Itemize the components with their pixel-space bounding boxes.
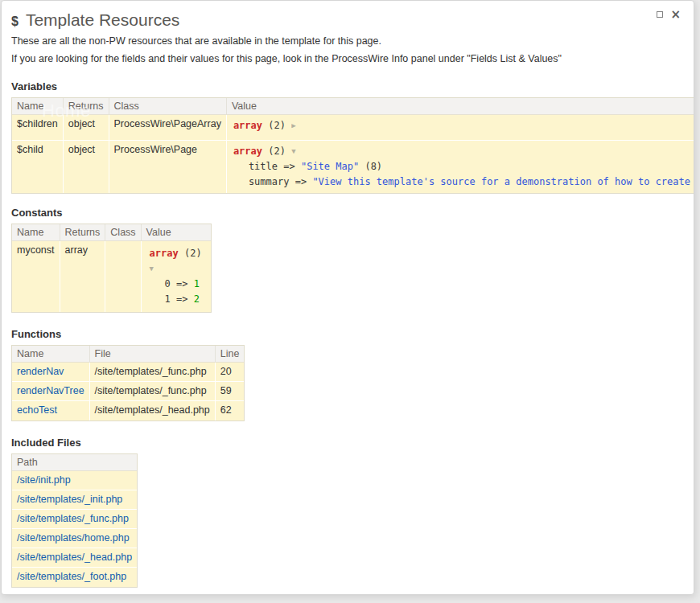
- function-link[interactable]: echoTest: [17, 404, 57, 416]
- table-row: /site/templates/home.php: [12, 529, 137, 548]
- panel-title: Template Resources: [26, 10, 179, 30]
- intro-line-1: These are all the non-PW resources that …: [11, 35, 682, 47]
- variables-table: Name Returns Class Value $children objec…: [11, 97, 694, 194]
- functions-heading: Functions: [11, 328, 682, 340]
- variable-name: $children: [12, 115, 64, 141]
- file-path-link[interactable]: /site/templates/_func.php: [17, 513, 129, 524]
- expanded-arrow-icon: ▼: [150, 265, 154, 273]
- function-line: 20: [216, 363, 245, 382]
- panel-header: $ Template Resources: [11, 10, 682, 30]
- table-row: echoTest /site/templates/_head.php 62: [12, 401, 244, 420]
- column-header-value: Value: [142, 224, 211, 241]
- file-path-link[interactable]: /site/templates/_foot.php: [17, 571, 126, 582]
- column-header-returns: Returns: [64, 98, 109, 115]
- dump-number-value: 1: [194, 278, 200, 289]
- constant-returns: array: [60, 241, 106, 312]
- column-header-line: Line: [216, 346, 245, 363]
- function-link[interactable]: renderNav: [17, 366, 64, 377]
- column-header-class: Class: [105, 224, 141, 241]
- dump-toggle[interactable]: array (2) ▶: [233, 120, 296, 131]
- collapsed-arrow-icon: ▶: [291, 121, 295, 129]
- dump-count: (2): [268, 146, 286, 157]
- table-row: /site/templates/_init.php: [12, 490, 137, 510]
- dump-type: array: [150, 248, 179, 259]
- function-file: /site/templates/_func.php: [90, 382, 216, 401]
- column-header-path: Path: [12, 454, 137, 471]
- table-row: $children object ProcessWire\PageArray a…: [12, 115, 694, 141]
- function-line: 62: [216, 401, 245, 420]
- expanded-arrow-icon: ▼: [291, 147, 295, 155]
- dump-count: (2): [268, 120, 286, 131]
- dump-item: 1 => 2: [150, 292, 204, 307]
- dump-number-value: 2: [194, 293, 200, 305]
- constant-class: [105, 241, 141, 312]
- value-dump: array (2) ▶: [230, 117, 694, 135]
- table-row: /site/templates/_func.php: [12, 510, 137, 529]
- dump-item: summary => "View this template's source …: [233, 174, 694, 190]
- variable-class: ProcessWire\PageArray: [109, 115, 227, 141]
- variables-heading: Variables: [11, 80, 682, 92]
- table-header-row: Name Returns Class Value: [12, 98, 694, 115]
- column-header-name: Name: [12, 346, 90, 363]
- table-row: renderNavTree /site/templates/_func.php …: [12, 382, 244, 401]
- function-file: /site/templates/_func.php: [90, 363, 216, 382]
- tracy-panel: × $ Template Resources These are all the…: [1, 0, 694, 595]
- dump-count: (2): [184, 248, 202, 259]
- file-path-link[interactable]: /site/templates/_head.php: [17, 552, 132, 563]
- table-row: myconst array array (2) ▼ 0 => 1 1 => 2: [12, 241, 211, 312]
- value-dump: array (2) ▼ 0 => 1 1 => 2: [146, 244, 206, 309]
- variable-class: ProcessWire\Page: [109, 141, 227, 193]
- file-path-link[interactable]: /site/templates/home.php: [17, 532, 130, 544]
- dollar-icon: $: [11, 14, 19, 29]
- table-row: $child object ProcessWire\Page array (2)…: [12, 141, 694, 193]
- included-files-heading: Included Files: [11, 437, 682, 449]
- dump-type: array: [233, 146, 262, 157]
- column-header-class: Class: [109, 98, 227, 115]
- value-dump: array (2) ▼ title => "Site Map" (8) summ…: [230, 142, 694, 191]
- column-header-file: File: [90, 346, 216, 363]
- column-header-name: Name: [12, 224, 60, 241]
- constants-table: Name Returns Class Value myconst array a…: [11, 224, 212, 313]
- function-link[interactable]: renderNavTree: [17, 385, 84, 396]
- table-header-row: Name Returns Class Value: [12, 224, 211, 241]
- variable-name: $child: [12, 141, 64, 193]
- column-header-value: Value: [227, 98, 694, 115]
- dump-type: array: [233, 120, 262, 131]
- function-file: /site/templates/_head.php: [90, 401, 216, 420]
- functions-table: Name File Line renderNav /site/templates…: [11, 345, 245, 421]
- constants-heading: Constants: [11, 207, 682, 219]
- table-header-row: Path: [12, 454, 137, 471]
- included-files-table: Path /site/init.php /site/templates/_ini…: [11, 453, 138, 588]
- variable-returns: object: [64, 141, 109, 193]
- dump-item: title => "Site Map" (8): [233, 159, 694, 174]
- function-line: 59: [216, 382, 245, 401]
- intro-text: These are all the non-PW resources that …: [11, 35, 682, 65]
- column-header-returns: Returns: [60, 224, 106, 241]
- intro-line-2: If you are looking for the fields and th…: [11, 53, 682, 65]
- variable-returns: object: [64, 115, 109, 141]
- table-header-row: Name File Line: [12, 346, 244, 363]
- table-row: /site/templates/_head.php: [12, 548, 137, 568]
- dump-string-value: "View this template's source for a demon…: [312, 176, 694, 187]
- table-row: /site/templates/_foot.php: [12, 568, 137, 587]
- column-header-name: Name: [12, 98, 64, 115]
- dump-item: 0 => 1: [150, 277, 204, 292]
- dump-toggle[interactable]: array (2) ▼: [233, 146, 296, 157]
- table-row: renderNav /site/templates/_func.php 20: [12, 363, 244, 382]
- file-path-link[interactable]: /site/init.php: [17, 474, 71, 486]
- table-row: /site/init.php: [12, 471, 137, 490]
- dump-toggle[interactable]: array (2) ▼: [150, 248, 202, 274]
- dump-string-value: "Site Map": [301, 161, 359, 172]
- file-path-link[interactable]: /site/templates/_init.php: [17, 494, 122, 505]
- constant-name: myconst: [12, 241, 60, 312]
